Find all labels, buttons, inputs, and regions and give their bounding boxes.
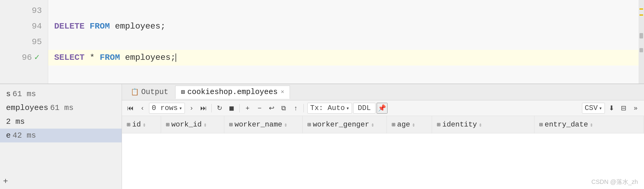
col-id-icon: ⊞ [127, 121, 130, 128]
col-worker-genger-label: worker_genger [313, 120, 369, 129]
sidebar-item-2ms[interactable]: 2 ms [0, 115, 122, 129]
sidebar-label-s: s [6, 90, 11, 99]
code-line-93 [48, 3, 644, 19]
output-icon: 📋 [131, 88, 139, 96]
watermark-text: CSDN @落水_zh [591, 178, 638, 185]
keyword-from: FROM [90, 19, 110, 34]
col-id-label: id [132, 120, 141, 129]
col-header-entry-date[interactable]: ⊞ entry_date ⇕ [534, 116, 644, 133]
refresh-button[interactable]: ↻ [214, 103, 225, 114]
sidebar-label-employees: employees [6, 103, 48, 112]
filter-button[interactable]: ⊟ [618, 103, 629, 114]
col-worker-genger-sort-icon[interactable]: ⇕ [371, 121, 374, 128]
separator-3 [303, 104, 304, 112]
watermark: CSDN @落水_zh [591, 178, 638, 186]
sidebar-label-2ms: 2 ms [6, 117, 25, 126]
line-number-94: 94 [0, 19, 42, 34]
next-row-button[interactable]: › [186, 103, 197, 114]
editor-area: 93 94 95 96 ✓ DELETE FROM employees; SEL… [0, 0, 644, 84]
add-query-button[interactable]: + [3, 177, 8, 186]
col-header-age[interactable]: ⊞ age ⇕ [387, 116, 432, 133]
col-work-id-sort-icon[interactable]: ⇕ [204, 121, 207, 128]
last-row-button[interactable]: ⏭ [198, 103, 209, 114]
tab-table[interactable]: ⊞ cookieshop.employees × [175, 86, 290, 99]
tab-output-label: Output [141, 88, 168, 96]
toolbar-right: CSV ▾ ⬇ ⊟ » [582, 103, 641, 114]
code-content[interactable]: DELETE FROM employees; SELECT * FROM emp… [48, 0, 644, 84]
col-identity-label: identity [442, 120, 477, 129]
bottom-sidebar: s 61 ms employees 61 ms 2 ms e 42 ms + [0, 84, 122, 189]
copy-button[interactable]: ⧉ [278, 103, 289, 114]
csv-chevron-icon: ▾ [599, 105, 602, 111]
keyword-from-96: FROM [100, 50, 120, 66]
col-age-sort-icon[interactable]: ⇕ [412, 121, 415, 128]
pin-button[interactable]: 📌 [377, 103, 387, 114]
col-header-worker-name[interactable]: ⊞ worker_name ⇕ [224, 116, 303, 133]
col-age-icon: ⊞ [392, 121, 395, 128]
rows-count-label: 0 rows [152, 104, 178, 112]
table-name-96: employees; [125, 50, 176, 66]
table-icon: ⊞ [181, 88, 185, 96]
delete-row-button[interactable]: − [254, 103, 265, 114]
rows-chevron-icon: ▾ [179, 105, 182, 111]
add-row-button[interactable]: + [242, 103, 253, 114]
up-button[interactable]: ↑ [290, 103, 301, 114]
sidebar-item-e[interactable]: e 42 ms [0, 129, 122, 142]
ddl-button[interactable]: DDL [353, 103, 375, 114]
line-numbers: 93 94 95 96 ✓ [0, 0, 48, 84]
ddl-label: DDL [358, 104, 371, 112]
col-identity-sort-icon[interactable]: ⇕ [479, 121, 482, 128]
first-row-button[interactable]: ⏮ [125, 103, 136, 114]
more-button[interactable]: » [630, 103, 641, 114]
sidebar-timing-e: 42 ms [13, 131, 36, 140]
col-worker-name-sort-icon[interactable]: ⇕ [284, 121, 287, 128]
text-cursor [176, 53, 176, 62]
tab-close-icon[interactable]: × [281, 89, 284, 96]
tab-output[interactable]: 📋 Output [125, 86, 174, 99]
line-number-93: 93 [0, 3, 42, 19]
line-number-96: 96 ✓ [0, 50, 42, 66]
table-header: ⊞ id ⇕ ⊞ work_id ⇕ ⊞ worker_name ⇕ ⊞ wor… [122, 116, 644, 133]
tx-chevron-icon: ▾ [346, 105, 349, 111]
col-entry-date-icon: ⊞ [539, 121, 543, 128]
sidebar-timing-s: 61 ms [13, 90, 36, 99]
sidebar-item-s[interactable]: s 61 ms [0, 87, 122, 101]
col-entry-date-sort-icon[interactable]: ⇕ [590, 121, 593, 128]
scrollbar-thumb [639, 33, 643, 38]
col-work-id-label: work_id [171, 120, 202, 129]
col-id-sort-icon[interactable]: ⇕ [143, 121, 146, 128]
rows-select[interactable]: 0 rows ▾ [149, 103, 185, 114]
col-worker-genger-icon: ⊞ [307, 121, 311, 128]
prev-row-button[interactable]: ‹ [137, 103, 148, 114]
result-panel: 📋 Output ⊞ cookieshop.employees × ⏮ ‹ 0 … [122, 84, 644, 189]
download-button[interactable]: ⬇ [606, 103, 617, 114]
col-header-worker-genger[interactable]: ⊞ worker_genger ⇕ [303, 116, 387, 133]
col-work-id-icon: ⊞ [166, 121, 170, 128]
stop-button[interactable]: ◼ [226, 103, 237, 114]
check-icon: ✓ [34, 50, 39, 66]
sidebar-item-employees[interactable]: employees 61 ms [0, 101, 122, 115]
empty-rows-area [122, 133, 644, 189]
col-entry-date-label: entry_date [545, 120, 588, 129]
keyword-select: SELECT [54, 50, 85, 66]
keyword-star: * [90, 50, 95, 66]
col-header-work-id[interactable]: ⊞ work_id ⇕ [161, 116, 224, 133]
sidebar-timing-employees: 61 ms [50, 103, 73, 112]
code-line-96: SELECT * FROM employees; [48, 50, 644, 66]
code-line-95 [48, 34, 644, 50]
revert-button[interactable]: ↩ [266, 103, 277, 114]
editor-scrollbar[interactable] [639, 0, 644, 84]
col-age-label: age [397, 120, 410, 129]
col-identity-icon: ⊞ [437, 121, 440, 128]
col-header-id[interactable]: ⊞ id ⇕ [122, 116, 161, 133]
code-line-94: DELETE FROM employees; [48, 19, 644, 34]
csv-select[interactable]: CSV ▾ [582, 103, 605, 114]
col-header-identity[interactable]: ⊞ identity ⇕ [432, 116, 534, 133]
scrollbar-thumb-2 [639, 48, 643, 52]
tab-table-label: cookieshop.employees [187, 88, 278, 96]
sidebar-label-e: e [6, 131, 11, 140]
col-worker-name-label: worker_name [235, 120, 282, 129]
csv-label: CSV [585, 104, 598, 112]
separator-2 [239, 104, 240, 112]
tx-select[interactable]: Tx: Auto ▾ [307, 103, 352, 114]
